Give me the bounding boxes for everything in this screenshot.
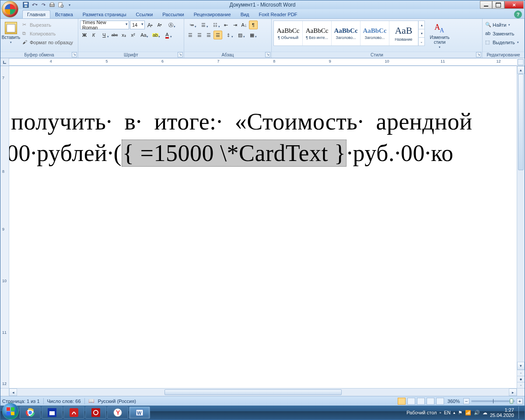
proofing-icon[interactable]: 📖 [88,398,94,404]
taskbar-abbyy[interactable] [85,406,106,419]
show-desktop-peek-label[interactable]: Рабочий стол [406,410,437,415]
zoom-in-button[interactable]: + [517,398,523,404]
cut-button[interactable]: ✂Вырезать [21,21,74,29]
view-draft-button[interactable] [436,398,444,405]
find-button[interactable]: 🔍Найти [484,21,511,29]
italic-button[interactable]: К [89,31,98,39]
tab-review[interactable]: Рецензирование [189,10,236,18]
tray-up-icon[interactable]: ▴ [453,410,455,415]
zoom-slider-thumb[interactable] [510,399,513,404]
tray-network-icon[interactable]: 📶 [465,410,471,416]
tab-home[interactable]: Главная [22,10,50,18]
paragraph-launcher[interactable]: ↘ [265,52,270,57]
gallery-down-button[interactable]: ▾ [419,29,424,38]
align-justify-button[interactable]: ☰ [214,31,222,39]
font-color-button[interactable]: A [161,31,173,39]
field-code[interactable]: { =15000 \*CardText } [122,140,346,167]
tray-chevron-icon[interactable]: » [439,411,441,415]
zoom-slider[interactable] [471,400,515,402]
style-title[interactable]: АаВНазвание [389,21,418,46]
tray-flag-icon[interactable]: ⚑ [458,410,462,416]
status-word-count[interactable]: Число слов: 66 [47,399,81,404]
qat-print-preview-icon[interactable] [57,1,64,8]
grow-font-button[interactable]: A▴ [146,21,154,29]
underline-button[interactable]: Ч [98,31,110,39]
styles-launcher[interactable]: ↘ [476,52,481,57]
subscript-button[interactable]: x₂ [119,31,128,39]
tray-onedrive-icon[interactable]: ☁ [483,410,487,416]
shading-button[interactable]: ▨ [234,31,246,39]
window-minimize-button[interactable] [480,1,492,9]
view-web-layout-button[interactable] [417,398,425,405]
align-right-button[interactable]: ☰ [204,31,213,39]
font-size-combo[interactable]: 14 [130,21,145,29]
zoom-out-button[interactable]: − [463,398,469,404]
page[interactable]: получить в итоге: «Стоимость арендной ,0… [9,66,517,388]
scroll-h-track[interactable] [17,388,509,396]
help-button[interactable]: ? [514,10,522,18]
qat-customize-icon[interactable]: ▾ [66,1,73,8]
tray-volume-icon[interactable]: 🔊 [474,410,480,416]
scroll-h-thumb[interactable] [164,389,342,395]
show-desktop-button[interactable] [518,406,523,419]
clear-formatting-button[interactable]: Ⓐ [165,21,176,29]
bold-button[interactable]: Ж [80,31,89,39]
gallery-more-button[interactable]: ⌄ [419,38,424,46]
window-maximize-button[interactable] [492,1,504,9]
taskbar-totalcmd[interactable] [42,406,63,419]
ruler-toggle-button[interactable] [518,59,524,65]
prev-page-button[interactable]: ◦ [517,370,525,376]
next-page-button[interactable]: ◦ [517,382,525,388]
start-button[interactable] [2,403,19,420]
paste-button[interactable]: Вставить ▾ [2,21,20,46]
font-launcher[interactable]: ↘ [178,52,183,57]
view-print-layout-button[interactable] [398,398,406,405]
browse-object-button[interactable]: ● [517,376,525,382]
taskbar-word[interactable]: W [129,406,150,419]
style-heading1[interactable]: AaBbCcЗаголово... [332,21,360,46]
align-center-button[interactable]: ☰ [195,31,204,39]
decrease-indent-button[interactable]: ⇤ [221,21,230,29]
increase-indent-button[interactable]: ⇥ [231,21,239,29]
show-marks-button[interactable]: ¶ [249,21,258,29]
style-no-spacing[interactable]: AaBbCc¶ Без инте... [303,21,332,46]
view-outline-button[interactable] [427,398,434,405]
taskbar-yandex[interactable]: Y [107,406,128,419]
tab-page-layout[interactable]: Разметка страницы [78,10,131,18]
tab-selector[interactable] [0,58,9,66]
taskbar-foxit[interactable] [63,406,84,419]
change-styles-button[interactable]: AA Изменить стили ▾ [427,21,452,50]
tab-foxit-pdf[interactable]: Foxit Reader PDF [254,10,302,18]
shrink-font-button[interactable]: A▾ [155,21,164,29]
ruler-vertical[interactable]: 7 8 9 10 11 12 [0,66,9,388]
replace-button[interactable]: abЗаменить [484,29,517,38]
scroll-v-track[interactable] [517,74,525,362]
font-name-combo[interactable]: Times New Roman [80,21,129,29]
sort-button[interactable]: A↓ [240,21,248,29]
tab-references[interactable]: Ссылки [131,10,158,18]
style-heading2[interactable]: AaBbCcЗаголово... [360,21,389,46]
multilevel-button[interactable]: ☷ [210,21,221,29]
format-painter-button[interactable]: 🖌Формат по образцу [21,38,74,47]
align-left-button[interactable]: ☰ [186,31,195,39]
superscript-button[interactable]: x² [129,31,137,39]
zoom-level[interactable]: 360% [448,399,460,404]
tab-mailings[interactable]: Рассылки [158,10,189,18]
scroll-right-button[interactable]: ▸ [509,388,517,396]
status-language[interactable]: Русский (Россия) [98,399,136,404]
scroll-left-button[interactable]: ◂ [9,388,17,396]
gallery-up-button[interactable]: ▴ [419,21,424,29]
clipboard-launcher[interactable]: ↘ [72,52,77,57]
numbering-button[interactable]: ☰ [198,21,209,29]
qat-quick-print-icon[interactable] [49,1,56,8]
line-spacing-button[interactable]: ‡ [223,31,234,39]
scroll-up-button[interactable]: ▴ [517,66,525,74]
ruler-horizontal[interactable]: 4 5 6 7 8 9 10 11 12 [0,58,525,66]
scroll-down-button[interactable]: ▾ [517,362,525,370]
tab-insert[interactable]: Вставка [50,10,78,18]
copy-button[interactable]: ⧉Копировать [21,29,74,38]
qat-undo-icon[interactable]: ↶▾ [31,1,38,8]
bullets-button[interactable]: ≔ [186,21,197,29]
scroll-v-thumb[interactable] [518,74,524,170]
borders-button[interactable]: ▦ [246,31,258,39]
